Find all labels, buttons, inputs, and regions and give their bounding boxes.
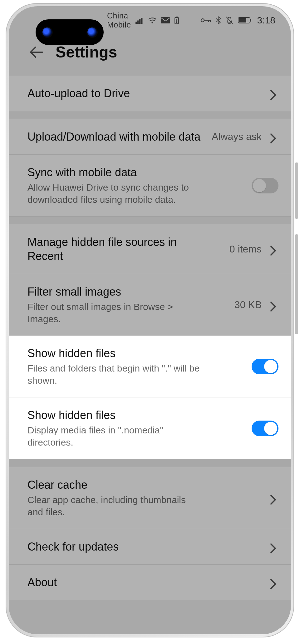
back-button[interactable] — [27, 43, 45, 61]
toggle-sync-mobile-data[interactable] — [252, 178, 278, 193]
row-subtitle: Files and folders that begin with "." wi… — [27, 362, 202, 387]
row-sync-mobile-data[interactable]: Sync with mobile data Allow Huawei Drive… — [9, 154, 291, 216]
row-value: Always ask — [212, 131, 262, 142]
row-manage-hidden-sources[interactable]: Manage hidden file sources in Recent 0 i… — [9, 224, 291, 274]
row-show-hidden-files-dot[interactable]: Show hidden files Files and folders that… — [9, 336, 291, 397]
page-title: Settings — [56, 43, 117, 61]
svg-rect-5 — [161, 17, 170, 23]
section-gap — [9, 111, 291, 119]
svg-rect-3 — [141, 18, 142, 24]
svg-point-9 — [176, 22, 177, 23]
row-value: 30 KB — [234, 299, 262, 311]
camera-cutout — [36, 19, 104, 45]
row-about[interactable]: About — [9, 564, 291, 600]
svg-rect-16 — [250, 19, 251, 22]
phone-side-button-lower — [295, 234, 298, 334]
svg-line-14 — [226, 17, 233, 24]
row-title: Check for updates — [27, 540, 262, 554]
row-title: Auto-upload to Drive — [27, 86, 262, 100]
row-check-updates[interactable]: Check for updates — [9, 529, 291, 564]
row-subtitle: Filter out small images in Browse > Imag… — [27, 301, 202, 325]
screen: China Mobile — [9, 6, 291, 634]
row-title: About — [27, 575, 262, 589]
row-title: Show hidden files — [27, 346, 244, 360]
signal-icon — [135, 17, 144, 24]
chevron-right-icon — [269, 493, 278, 503]
section-gap — [9, 459, 291, 467]
row-title: Upload/Download with mobile data — [27, 130, 204, 144]
row-show-hidden-files-nomedia[interactable]: Show hidden files Display media files in… — [9, 397, 291, 459]
row-subtitle: Clear app cache, including thumbnails an… — [27, 494, 202, 518]
phone-frame: China Mobile — [6, 3, 294, 637]
chevron-right-icon — [269, 542, 278, 552]
svg-rect-2 — [139, 19, 140, 24]
camera-lens-right — [87, 27, 97, 37]
svg-rect-1 — [137, 21, 139, 24]
clock-label: 3:18 — [257, 15, 275, 26]
row-subtitle: Allow Huawei Drive to sync changes to do… — [27, 181, 202, 206]
carrier-label: China Mobile — [107, 11, 131, 29]
row-title: Show hidden files — [27, 408, 244, 422]
toggle-show-hidden-nomedia[interactable] — [252, 421, 278, 436]
row-title: Sync with mobile data — [27, 165, 244, 179]
svg-rect-17 — [239, 18, 246, 22]
row-title: Manage hidden file sources in Recent — [27, 235, 184, 263]
svg-point-10 — [201, 19, 204, 22]
row-clear-cache[interactable]: Clear cache Clear app cache, including t… — [9, 467, 291, 529]
phone-side-button-upper — [295, 162, 298, 219]
chevron-right-icon — [269, 578, 278, 587]
mail-icon — [161, 17, 170, 23]
vpn-key-icon — [200, 17, 211, 23]
chevron-right-icon — [269, 244, 278, 254]
row-value: 0 items — [229, 243, 262, 255]
chevron-right-icon — [269, 89, 278, 98]
chevron-right-icon — [269, 300, 278, 310]
row-filter-small-images[interactable]: Filter small images Filter out small ima… — [9, 274, 291, 336]
chevron-right-icon — [269, 132, 278, 142]
svg-point-4 — [151, 22, 153, 23]
svg-rect-7 — [176, 17, 178, 17]
row-title: Clear cache — [27, 478, 262, 492]
toggle-show-hidden-dot[interactable] — [252, 359, 278, 374]
row-upload-download-mobile-data[interactable]: Upload/Download with mobile data Always … — [9, 119, 291, 154]
mute-icon — [225, 16, 234, 25]
row-subtitle: Display media files in ".nomedia" direct… — [27, 424, 202, 448]
svg-rect-0 — [135, 22, 137, 24]
wifi-icon — [148, 17, 157, 24]
bluetooth-icon — [215, 16, 221, 25]
battery-icon — [238, 17, 252, 24]
camera-lens-left — [42, 27, 52, 37]
row-auto-upload[interactable]: Auto-upload to Drive — [9, 76, 291, 111]
battery-saver-icon — [174, 16, 179, 24]
row-title: Filter small images — [27, 285, 227, 299]
section-gap — [9, 216, 291, 224]
